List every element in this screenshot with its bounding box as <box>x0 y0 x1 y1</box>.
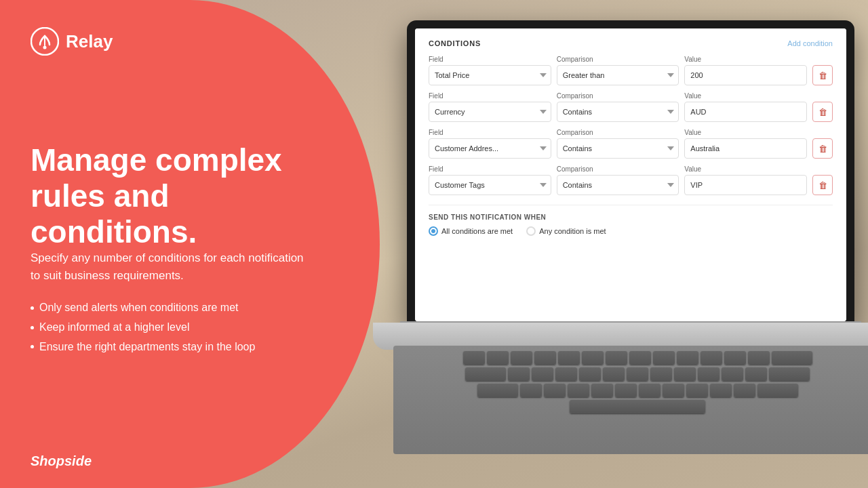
trash-icon-1: 🗑 <box>818 70 827 81</box>
comparison-group-4: Comparison Contains <box>557 165 679 195</box>
main-heading: Manage complex rules and conditions. <box>31 142 322 250</box>
bullet-item-2: Keep informed at a higher level <box>31 318 322 338</box>
logo-area: Relay <box>31 27 113 56</box>
key <box>558 351 580 365</box>
field-select-4[interactable]: Customer Tags <box>429 175 551 195</box>
radio-all-conditions[interactable]: All conditions are met <box>429 226 513 236</box>
screen-content: CONDITIONS Add condition Field Total Pri… <box>415 28 846 321</box>
delete-button-3[interactable]: 🗑 <box>812 138 833 159</box>
trash-icon-3: 🗑 <box>818 144 827 154</box>
value-group-3: Value <box>684 129 807 159</box>
field-label-3: Field <box>429 129 551 136</box>
field-group-2-field: Field Currency <box>429 92 551 122</box>
bullet-dot-1 <box>31 306 34 310</box>
notification-section: SEND THIS NOTIFICATION WHEN All conditio… <box>429 205 833 236</box>
comparison-group-1: Comparison Greater than <box>557 56 679 85</box>
key <box>534 351 556 365</box>
spacebar-key <box>570 400 705 413</box>
key <box>582 351 604 365</box>
delete-button-2[interactable]: 🗑 <box>812 102 833 122</box>
bullet-item-1: Only send alerts when conditions are met <box>31 298 322 318</box>
comparison-label-3: Comparison <box>557 129 679 136</box>
radio-dot-all <box>431 229 435 233</box>
radio-label-any: Any condition is met <box>539 227 606 235</box>
value-label-2: Value <box>684 92 807 100</box>
key <box>606 351 627 365</box>
condition-row-4: Field Customer Tags Comparison Contains … <box>429 165 833 195</box>
bullet-item-3: Ensure the right departments stay in the… <box>31 338 322 357</box>
key <box>544 384 566 397</box>
comparison-select-1[interactable]: Greater than <box>557 65 679 85</box>
logo-text: Relay <box>66 31 113 52</box>
field-select-2[interactable]: Currency <box>429 102 551 122</box>
value-group-4: Value <box>684 165 807 195</box>
key <box>650 367 672 381</box>
relay-logo-icon <box>31 27 59 56</box>
value-group-2: Value <box>684 92 807 122</box>
key <box>603 367 625 381</box>
key <box>674 367 696 381</box>
key <box>663 384 684 397</box>
comparison-select-4[interactable]: Contains <box>557 175 679 195</box>
left-panel: Relay Manage complex rules and condition… <box>0 0 380 488</box>
value-label-4: Value <box>684 165 807 173</box>
comparison-group-3: Comparison Contains <box>557 129 679 159</box>
radio-circle-any <box>526 226 536 236</box>
bullet-dot-3 <box>31 345 34 348</box>
trash-icon-2: 🗑 <box>818 107 827 117</box>
key <box>639 384 660 397</box>
key <box>555 367 577 381</box>
comparison-select-3[interactable]: Contains <box>557 138 679 159</box>
value-input-2[interactable] <box>684 102 807 122</box>
value-input-4[interactable] <box>684 175 807 195</box>
key <box>477 384 518 397</box>
delete-button-1[interactable]: 🗑 <box>812 65 833 85</box>
key <box>579 367 601 381</box>
key <box>591 384 613 397</box>
field-group-4-field: Field Customer Tags <box>429 165 551 195</box>
radio-label-all: All conditions are met <box>441 227 513 235</box>
comparison-select-2[interactable]: Contains <box>557 102 679 122</box>
value-group-1: Value <box>684 56 807 85</box>
key <box>724 351 746 365</box>
key <box>568 384 589 397</box>
add-condition-button[interactable]: Add condition <box>787 39 833 47</box>
shopside-brand: Shopside <box>31 453 92 469</box>
radio-any-condition[interactable]: Any condition is met <box>526 226 606 236</box>
trash-icon-4: 🗑 <box>818 180 827 190</box>
keyboard-rows <box>393 346 868 419</box>
laptop-container: CONDITIONS Add condition Field Total Pri… <box>359 20 868 481</box>
key <box>520 384 542 397</box>
keyboard-area <box>393 346 868 454</box>
key <box>629 351 651 365</box>
key <box>465 367 506 381</box>
conditions-header: CONDITIONS Add condition <box>429 39 833 47</box>
radio-circle-all <box>429 226 438 236</box>
key <box>710 384 732 397</box>
value-label-3: Value <box>684 129 807 136</box>
key <box>698 367 719 381</box>
key <box>463 351 485 365</box>
field-label-1: Field <box>429 56 551 63</box>
key <box>757 384 798 397</box>
key <box>627 367 648 381</box>
field-select-1[interactable]: Total Price <box>429 65 551 85</box>
laptop-screen-bezel: CONDITIONS Add condition Field Total Pri… <box>407 20 854 325</box>
field-select-3[interactable]: Customer Addres... <box>429 138 551 159</box>
delete-button-4[interactable]: 🗑 <box>812 175 833 195</box>
app-ui: CONDITIONS Add condition Field Total Pri… <box>415 28 846 321</box>
bullet-dot-2 <box>31 326 34 329</box>
condition-row-1: Field Total Price Comparison Greater tha… <box>429 56 833 85</box>
comparison-label-1: Comparison <box>557 56 679 63</box>
key <box>487 351 509 365</box>
radio-group: All conditions are met Any condition is … <box>429 226 833 236</box>
bullet-list: Only send alerts when conditions are met… <box>31 298 322 357</box>
key <box>677 351 698 365</box>
value-label-1: Value <box>684 56 807 63</box>
key <box>508 367 530 381</box>
value-input-1[interactable] <box>684 65 807 85</box>
conditions-title: CONDITIONS <box>429 39 481 47</box>
key <box>748 351 770 365</box>
value-input-3[interactable] <box>684 138 807 159</box>
key <box>615 384 637 397</box>
